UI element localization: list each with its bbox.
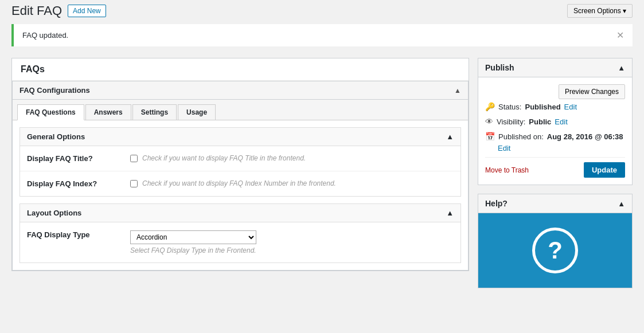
config-box: FAQ Configurations ▲ FAQ Questions Answe… <box>12 81 469 271</box>
key-icon: 🔑 <box>485 102 495 111</box>
tab-content: FAQ Questions Answers Settings Usage Gen… <box>13 100 468 263</box>
display-faq-index-control: Check if you want to display FAQ Index N… <box>130 179 336 187</box>
publish-body: Preview Changes 🔑 Status: Published Edit… <box>478 77 632 185</box>
display-faq-index-label: Display FAQ Index? <box>27 179 119 188</box>
visibility-label: Visibility: <box>497 117 525 126</box>
tab-settings[interactable]: Settings <box>132 104 177 120</box>
tab-usage[interactable]: Usage <box>178 104 216 120</box>
display-faq-index-hint: Check if you want to display FAQ Index N… <box>142 179 336 187</box>
help-title: Help? <box>485 199 508 208</box>
main-content: FAQs FAQ Configurations ▲ FAQ Questions … <box>11 58 469 288</box>
visibility-row: 👁 Visibility: Public Edit <box>485 114 625 129</box>
display-faq-index-row: Display FAQ Index? Check if you want to … <box>20 171 460 196</box>
faqs-box-header: FAQs <box>12 58 469 81</box>
published-date-value: Aug 28, 2016 @ 06:38 <box>547 132 623 141</box>
status-edit-link[interactable]: Edit <box>564 103 577 111</box>
published-on-label: Published on: <box>498 132 544 141</box>
display-faq-title-row: Display FAQ Title? Check if you want to … <box>20 146 460 171</box>
notice-bar: FAQ updated. ✕ <box>11 24 633 46</box>
tab-faq-questions[interactable]: FAQ Questions <box>17 104 84 120</box>
faq-display-type-row: FAQ Display Type Accordion Toggle Plain … <box>20 222 460 263</box>
status-label: Status: <box>498 103 521 111</box>
layout-options-section: Layout Options ▲ FAQ Display Type Accord… <box>19 203 461 263</box>
display-faq-title-checkbox[interactable] <box>130 155 138 162</box>
publish-header[interactable]: Publish ▲ <box>478 58 632 77</box>
status-value: Published <box>525 103 560 111</box>
notice-close-button[interactable]: ✕ <box>616 30 624 41</box>
tab-answers[interactable]: Answers <box>85 104 131 120</box>
notice-text: FAQ updated. <box>22 31 68 40</box>
eye-icon: 👁 <box>485 117 493 126</box>
publish-title: Publish <box>485 63 514 72</box>
tabs-bar: FAQ Questions Answers Settings Usage <box>13 100 468 120</box>
published-date-edit-link[interactable]: Edit <box>498 144 510 152</box>
display-faq-index-checkbox[interactable] <box>130 180 138 187</box>
visibility-value: Public <box>529 117 551 126</box>
move-to-trash-link[interactable]: Move to Trash <box>485 166 529 174</box>
help-header[interactable]: Help? ▲ <box>478 194 632 213</box>
sidebar: Publish ▲ Preview Changes 🔑 Status: Publ… <box>478 58 633 288</box>
help-question-icon: ? <box>532 228 578 273</box>
status-row: 🔑 Status: Published Edit <box>485 99 625 114</box>
general-options-section: General Options ▲ Display FAQ Title? Che… <box>19 127 461 197</box>
publish-actions: Move to Trash Update <box>485 157 625 178</box>
config-box-title: FAQ Configurations <box>19 86 90 95</box>
visibility-edit-link[interactable]: Edit <box>555 117 567 126</box>
page-title: Edit FAQ Add New <box>11 3 106 18</box>
screen-options-button[interactable]: Screen Options ▾ <box>567 4 633 18</box>
display-faq-title-hint: Check if you want to display FAQ Title i… <box>142 154 306 162</box>
general-options-collapse-icon: ▲ <box>446 132 454 141</box>
faqs-title: FAQs <box>21 64 45 75</box>
general-options-title: General Options <box>27 132 85 141</box>
layout-options-collapse-icon: ▲ <box>446 209 454 217</box>
layout-options-title: Layout Options <box>27 209 81 217</box>
display-faq-title-label: Display FAQ Title? <box>27 154 119 163</box>
publish-box: Publish ▲ Preview Changes 🔑 Status: Publ… <box>478 58 633 185</box>
config-box-header[interactable]: FAQ Configurations ▲ <box>13 81 468 100</box>
general-options-header[interactable]: General Options ▲ <box>20 128 460 146</box>
publish-meta: 🔑 Status: Published Edit 👁 Visibility: P… <box>485 99 625 152</box>
display-faq-title-control: Check if you want to display FAQ Title i… <box>130 154 306 162</box>
help-collapse-icon: ▲ <box>618 199 625 208</box>
faq-display-type-control: Accordion Toggle Plain Select FAQ Displa… <box>130 230 256 254</box>
calendar-icon: 📅 <box>485 132 495 141</box>
update-button[interactable]: Update <box>584 162 625 178</box>
faq-display-type-label: FAQ Display Type <box>27 230 119 239</box>
add-new-button[interactable]: Add New <box>68 5 106 17</box>
config-collapse-icon: ▲ <box>454 87 461 95</box>
help-image: ? <box>478 213 632 288</box>
faq-display-type-select[interactable]: Accordion Toggle Plain <box>130 230 256 244</box>
faq-display-type-hint: Select FAQ Display Type in the Frontend. <box>130 246 256 254</box>
preview-changes-button[interactable]: Preview Changes <box>559 84 625 99</box>
publish-collapse-icon: ▲ <box>618 64 625 72</box>
help-box: Help? ▲ ? <box>478 194 633 288</box>
layout-options-header[interactable]: Layout Options ▲ <box>20 204 460 222</box>
faqs-box: FAQs FAQ Configurations ▲ FAQ Questions … <box>11 58 469 271</box>
published-date-row: 📅 Published on: Aug 28, 2016 @ 06:38 <box>485 129 625 144</box>
